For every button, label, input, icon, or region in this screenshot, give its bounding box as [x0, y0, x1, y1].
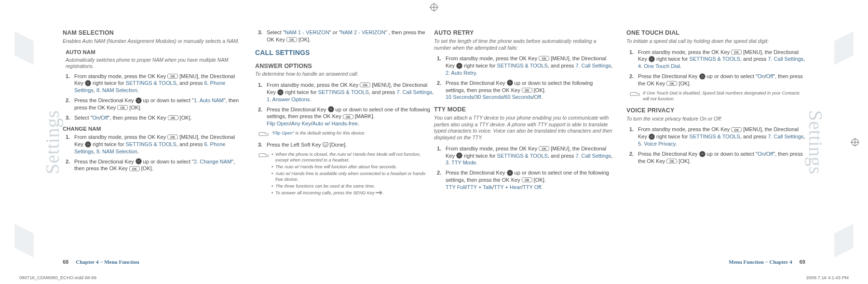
step-text: ,: [611, 153, 612, 159]
ok-key-icon: OK: [539, 56, 549, 61]
ok-key-icon: OK: [522, 177, 532, 182]
step-text: up or down to select ": [142, 97, 194, 103]
steps-one-touch-dial: 1. From standby mode, press the OK Key O…: [629, 49, 805, 87]
step-text: , and press: [176, 141, 204, 147]
step-text: From standby mode, press the OK Key: [267, 82, 360, 88]
chapter-label: Menu Function − Chapter 4: [729, 259, 792, 265]
side-label-left: Settings: [41, 110, 64, 174]
page-spread: Settings Settings NAM SELECTION Enables …: [0, 0, 868, 284]
step-text: From standby mode, press the OK Key: [638, 49, 731, 55]
menu-link: On: [93, 115, 100, 121]
menu-link: TTY Full: [446, 184, 465, 190]
directional-key-icon: [456, 63, 462, 69]
ok-key-icon: OK: [666, 81, 677, 86]
menu-link: 10 Seconds: [446, 94, 474, 100]
steps-change-nam-cont: 3. Select "NAM 1 - VERIZON" or "NAM 2 - …: [258, 29, 434, 43]
page-number: 69: [800, 259, 805, 265]
step-text: .: [476, 70, 477, 76]
step-text: , and press: [740, 56, 768, 62]
note-item: The Auto w/ Hands-free will function aft…: [271, 164, 434, 170]
step: 1. From standby mode, press the OK Key O…: [66, 134, 242, 155]
menu-link: 8. NAM Selection: [96, 87, 137, 93]
step-text: right twice for: [284, 89, 318, 95]
chapter-label: Chapter 4 − Menu Function: [76, 259, 139, 265]
step-text: right twice for: [462, 153, 497, 159]
step-text: [OK].: [178, 115, 192, 121]
ok-key-icon: OK: [167, 74, 178, 79]
step-text: Press the Directional Key: [267, 107, 328, 112]
step-text: Press the Directional Key: [446, 80, 507, 86]
step-text: From standby mode, press the OK Key: [446, 55, 539, 61]
note-item: When the phone is closed, the Auto w/ Ha…: [271, 151, 434, 163]
menu-link: 3. TTY Mode: [446, 160, 476, 165]
step: 2. Press the Directional Key up or down …: [66, 97, 242, 111]
subtext: To determine how to handle an answered c…: [255, 71, 434, 78]
soft-key-icon: [323, 142, 328, 147]
directional-key-icon: [507, 170, 513, 176]
directional-key-icon: [85, 141, 91, 148]
heading-one-touch-dial: ONE TOUCH DIAL: [626, 29, 805, 37]
step-text: .: [137, 87, 139, 93]
menu-link: NAM 2 - VERIZON: [341, 29, 385, 35]
ok-key-icon: OK: [117, 105, 128, 110]
step-text: [OK].: [677, 81, 691, 86]
menu-link: 7. Call Settings: [396, 89, 432, 95]
page-fold-decoration: [14, 31, 34, 65]
step-text: , and press: [176, 80, 204, 86]
heading-answer-options: ANSWER OPTIONS: [255, 62, 434, 70]
menu-link: 1. Auto NAM: [194, 97, 224, 103]
step-text: , and press: [369, 89, 396, 95]
menu-link: TTY + Hear: [494, 184, 521, 190]
step-text: Press the Directional Key: [638, 151, 699, 157]
menu-link: SETTINGS & TOOLS: [497, 153, 548, 159]
steps-answer-options: 1. From standby mode, press the OK Key O…: [258, 81, 434, 127]
step-text: [OK].: [140, 165, 153, 171]
note-body: When the phone is closed, the Auto w/ Ha…: [271, 151, 434, 197]
heading-auto-nam: AUTO NAM: [66, 49, 242, 56]
menu-link: TTY Off: [523, 184, 541, 190]
step: 2. Press the Directional Key up or down …: [66, 158, 242, 173]
page-footer-left: 68 Chapter 4 − Menu Function: [63, 259, 139, 265]
step: 3. Press the Left Soft Key [Done].: [258, 141, 434, 149]
crop-mark-top: [430, 3, 438, 12]
directional-key-icon: [85, 80, 91, 86]
step-text: From standby mode, press the OK Key: [74, 134, 167, 140]
ok-key-icon: OK: [167, 135, 178, 139]
steps-tty-mode: 1. From standby mode, press the OK Key O…: [437, 145, 613, 191]
ok-key-icon: OK: [539, 146, 549, 151]
heading-nam-selection: NAM SELECTION: [63, 29, 242, 37]
step-text: .: [680, 63, 681, 69]
step-text: up or down to select ": [142, 159, 194, 164]
note-item: Auto w/ Hands-free is available only whe…: [271, 171, 434, 182]
step-text: ,: [611, 63, 612, 68]
hand-point-icon: [629, 90, 640, 102]
step-text: right twice for: [462, 63, 497, 68]
ok-key-icon: OK: [343, 114, 353, 119]
menu-link: 1. Answer Options: [267, 96, 310, 102]
ok-key-icon: OK: [666, 159, 677, 163]
step-text: .: [675, 141, 677, 147]
directional-key-icon: [136, 97, 142, 104]
note-item: To answer all incoming calls, press the …: [271, 190, 434, 196]
steps-auto-retry: 1. From standby mode, press the OK Key O…: [437, 55, 613, 101]
step-text: ", then press the OK Key: [108, 115, 168, 121]
page-fold-decoration: [834, 31, 854, 65]
steps-voice-privacy: 1. From standby mode, press the OK Key O…: [629, 126, 805, 164]
slug-filename: 080716_CDM8950_ECHO.indd 68-69: [19, 275, 96, 280]
menu-link: SETTINGS & TOOLS: [690, 56, 740, 62]
menu-link: 2. Change NAM: [194, 159, 231, 164]
menu-link: Any Key: [291, 121, 311, 126]
note: "Flip Open" is the default setting for t…: [258, 130, 434, 138]
step-text: , and press: [740, 134, 768, 139]
subtext: To set the length of time the phone wait…: [434, 38, 613, 51]
step-text: .: [358, 121, 359, 126]
note-text: .: [382, 190, 384, 195]
subtext: Automatically switches phone to proper N…: [66, 57, 242, 70]
step-text: right twice for: [655, 134, 690, 139]
menu-link: 4. One Touch Dial: [638, 63, 680, 69]
step-text: .: [541, 94, 542, 100]
step: 1. From standby mode, press the OK Key O…: [258, 81, 434, 103]
page-right: AUTO RETRY To set the length of time the…: [434, 29, 805, 250]
menu-link: Off: [766, 151, 773, 157]
ok-key-icon: OK: [360, 82, 370, 87]
